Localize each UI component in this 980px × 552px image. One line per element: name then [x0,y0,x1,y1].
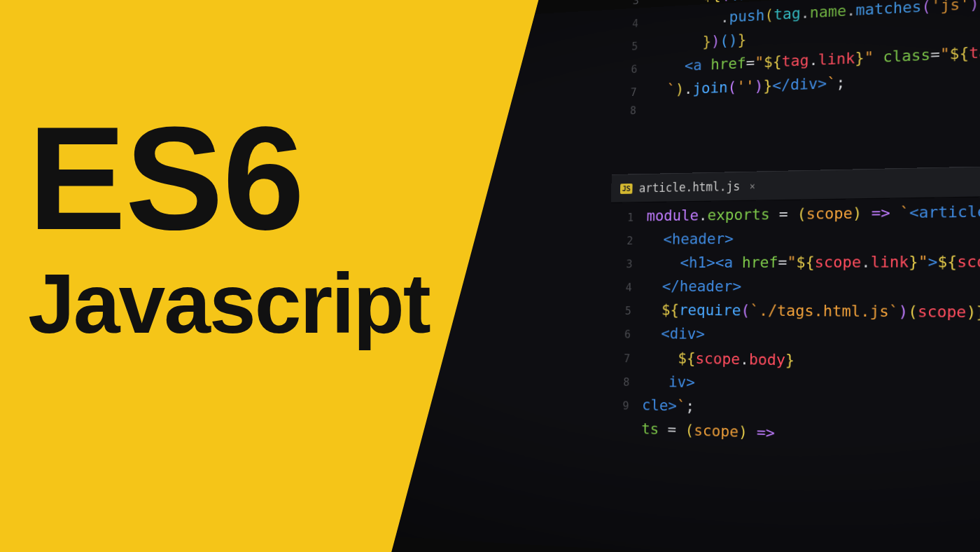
code-content: </header> [645,275,980,301]
code-line: 4 </header> [608,275,980,301]
line-number: 4 [615,15,652,34]
banner-stage: 3 ${(() => { tag.classes = (tag.classes4… [0,0,980,552]
close-icon[interactable]: × [750,181,755,192]
line-number: 6 [608,326,644,344]
js-file-icon: JS [620,184,633,194]
code-line: 3 <h1><a href="${scope.link}">${scope.ti [609,249,980,275]
line-number: 2 [610,233,646,250]
line-number: 6 [614,61,650,79]
line-number: 3 [616,0,652,11]
editor-tabbar: JS article.html.js × [611,163,980,203]
line-number: 8 [606,373,643,392]
code-line: 2 <header> [610,223,980,251]
title-line-1: ES6 [28,105,430,252]
tab-filename[interactable]: article.html.js [639,179,741,195]
title-line-2: Javascript [28,259,430,347]
editor-pane-bottom: 1module.exports = (scope) => `<article>2… [605,197,980,459]
code-content: <header> [645,223,980,251]
line-number: 7 [614,84,650,102]
line-number: 5 [615,38,651,56]
line-number [605,432,641,434]
line-number: 4 [608,280,645,296]
line-number: 5 [608,303,644,321]
line-number: 9 [606,397,642,415]
editor-pane-top: 3 ${(() => { tag.classes = (tag.classes4… [613,0,980,120]
line-number: 3 [609,256,645,273]
line-number: 1 [610,209,647,227]
title-block: ES6 Javascript [28,105,430,347]
line-number: 8 [613,102,650,120]
code-content: <h1><a href="${scope.link}">${scope.ti [645,249,980,275]
line-number: 7 [607,350,643,367]
